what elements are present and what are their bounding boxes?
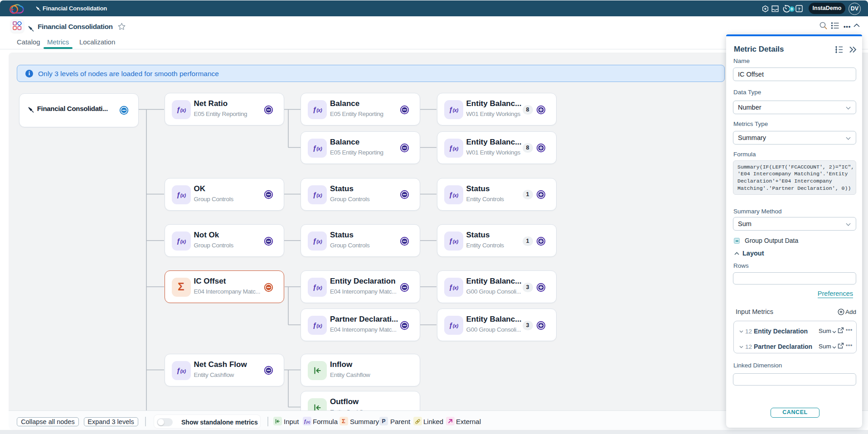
svg-text:?: ? xyxy=(798,6,800,11)
